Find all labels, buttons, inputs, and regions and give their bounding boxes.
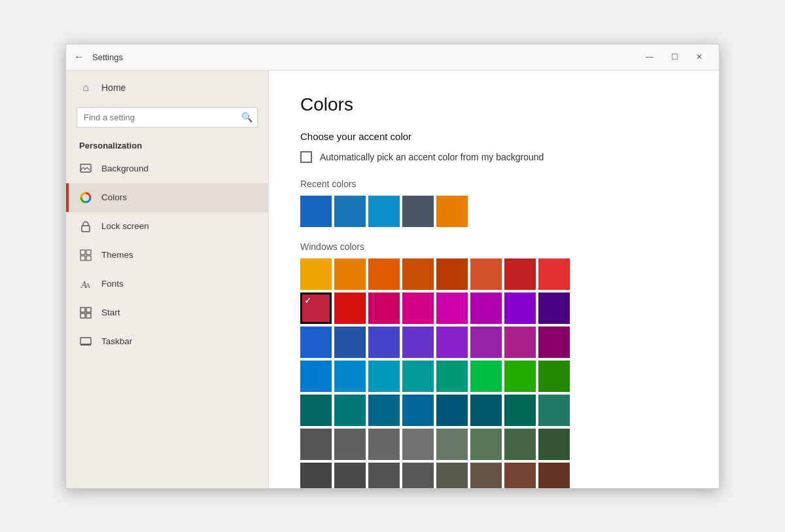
windows-color-swatch[interactable] (436, 429, 468, 460)
windows-color-swatch[interactable] (368, 429, 400, 460)
windows-color-swatch[interactable] (538, 395, 570, 426)
windows-color-swatch[interactable] (504, 258, 536, 290)
auto-accent-checkbox[interactable] (300, 151, 312, 163)
maximize-button[interactable]: ☐ (663, 48, 686, 66)
windows-color-swatch[interactable] (402, 327, 434, 358)
accent-heading: Choose your accent color (300, 131, 688, 142)
recent-color-swatch[interactable] (402, 196, 434, 227)
windows-color-swatch[interactable] (334, 293, 366, 324)
windows-color-swatch[interactable] (470, 258, 502, 290)
windows-color-swatch[interactable] (402, 361, 434, 392)
windows-color-swatch[interactable] (300, 429, 332, 460)
windows-color-swatch[interactable] (334, 395, 366, 426)
windows-color-swatch[interactable] (538, 361, 570, 392)
windows-color-swatch[interactable] (538, 293, 570, 324)
svg-rect-4 (86, 250, 91, 255)
windows-color-swatch[interactable] (436, 361, 468, 392)
windows-color-swatch[interactable] (334, 327, 366, 358)
windows-color-swatch[interactable] (436, 258, 468, 290)
search-icon: 🔍 (241, 112, 253, 122)
windows-color-swatch[interactable] (334, 361, 366, 392)
windows-color-swatch[interactable]: ✓ (300, 293, 332, 324)
windows-color-swatch[interactable] (402, 293, 434, 324)
windows-color-swatch[interactable] (470, 463, 502, 488)
windows-color-swatch[interactable] (368, 395, 400, 426)
windows-color-swatch[interactable] (368, 361, 400, 392)
windows-color-swatch[interactable] (402, 258, 434, 290)
sidebar-item-fonts[interactable]: AA Fonts (66, 270, 268, 298)
auto-accent-label: Automatically pick an accent color from … (320, 152, 544, 162)
svg-rect-11 (80, 313, 85, 318)
sidebar-search-container: 🔍 (77, 107, 258, 128)
windows-color-swatch[interactable] (368, 463, 400, 488)
sidebar-item-home[interactable]: ⌂ Home (66, 71, 268, 105)
windows-color-swatch[interactable] (538, 327, 570, 358)
svg-rect-10 (86, 308, 91, 312)
windows-color-swatch[interactable] (334, 463, 366, 488)
windows-color-swatch[interactable] (402, 429, 434, 460)
recent-colors-grid (300, 196, 688, 227)
windows-color-swatch[interactable] (300, 258, 332, 290)
windows-color-swatch[interactable] (436, 327, 468, 358)
themes-icon (79, 249, 92, 262)
titlebar-title: Settings (92, 52, 123, 62)
sidebar-item-lock-screen[interactable]: Lock screen (66, 212, 268, 241)
windows-color-swatch[interactable] (538, 258, 570, 290)
recent-color-swatch[interactable] (300, 196, 332, 227)
start-label: Start (101, 308, 120, 317)
windows-color-swatch[interactable] (470, 395, 502, 426)
colors-label: Colors (101, 192, 127, 202)
svg-rect-5 (80, 256, 85, 260)
windows-color-swatch[interactable] (436, 463, 468, 488)
windows-color-swatch[interactable] (368, 258, 400, 290)
sidebar-item-themes[interactable]: Themes (66, 241, 268, 270)
windows-color-swatch[interactable] (402, 395, 434, 426)
windows-color-swatch[interactable] (504, 327, 536, 358)
windows-color-swatch[interactable] (504, 429, 536, 460)
windows-colors-section: Windows colors ✓ (300, 241, 688, 488)
svg-rect-3 (80, 250, 85, 255)
windows-color-swatch[interactable] (368, 327, 400, 358)
windows-color-swatch[interactable] (368, 293, 400, 324)
svg-rect-9 (80, 308, 85, 312)
themes-label: Themes (101, 250, 133, 260)
sidebar-item-background[interactable]: Background (66, 154, 268, 183)
sidebar-item-start[interactable]: Start (66, 298, 268, 327)
windows-color-swatch[interactable] (538, 429, 570, 460)
page-title: Colors (300, 94, 688, 115)
windows-color-swatch[interactable] (470, 429, 502, 460)
windows-color-swatch[interactable] (470, 293, 502, 324)
back-button[interactable]: ← (74, 51, 84, 63)
sidebar-home-label: Home (101, 82, 126, 93)
svg-text:A: A (86, 282, 91, 289)
windows-color-swatch[interactable] (300, 463, 332, 488)
search-input[interactable] (77, 107, 258, 128)
windows-color-swatch[interactable] (470, 327, 502, 358)
windows-color-swatch[interactable] (504, 463, 536, 488)
minimize-button[interactable]: — (638, 48, 661, 66)
main-panel: Colors Choose your accent color Automati… (269, 71, 719, 488)
colors-icon (79, 191, 92, 204)
windows-color-swatch[interactable] (334, 429, 366, 460)
titlebar: ← Settings — ☐ ✕ (66, 44, 719, 71)
recent-color-swatch[interactable] (334, 196, 366, 227)
close-button[interactable]: ✕ (688, 48, 711, 66)
windows-color-swatch[interactable] (402, 463, 434, 488)
windows-color-swatch[interactable] (300, 327, 332, 358)
windows-color-swatch[interactable] (470, 361, 502, 392)
windows-color-swatch[interactable] (436, 395, 468, 426)
recent-color-swatch[interactable] (368, 196, 400, 227)
sidebar-item-colors[interactable]: Colors (66, 183, 268, 212)
windows-color-swatch[interactable] (504, 361, 536, 392)
windows-color-swatch[interactable] (538, 463, 570, 488)
recent-color-swatch[interactable] (436, 196, 468, 227)
windows-color-swatch[interactable] (436, 293, 468, 324)
windows-color-swatch[interactable] (334, 258, 366, 290)
windows-color-swatch[interactable] (300, 361, 332, 392)
sidebar-item-taskbar[interactable]: Taskbar (66, 327, 268, 356)
svg-rect-6 (86, 256, 91, 260)
windows-color-swatch[interactable] (504, 395, 536, 426)
windows-color-swatch[interactable] (300, 395, 332, 426)
svg-rect-14 (80, 344, 91, 346)
windows-color-swatch[interactable] (504, 293, 536, 324)
